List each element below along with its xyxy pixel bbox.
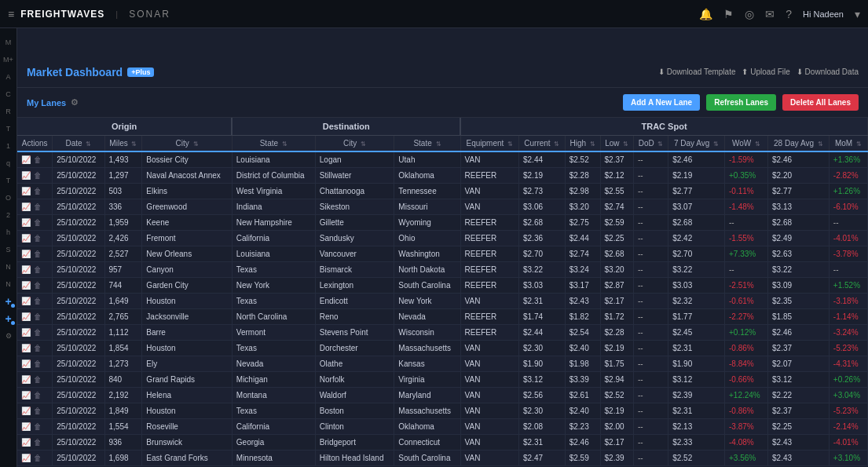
col-origin-city[interactable]: City ⇅ [142, 136, 232, 152]
side-icon-settings[interactable]: ⚙ [1, 328, 16, 344]
row-high: $2.44 [565, 231, 600, 246]
download-template-button[interactable]: ⬇ Download Template [658, 67, 735, 76]
row-origin-city: Brunswick [142, 435, 232, 451]
delete-row-icon[interactable]: 🗑 [34, 202, 42, 211]
delete-row-icon[interactable]: 🗑 [34, 297, 42, 305]
chart-icon[interactable]: 📈 [21, 344, 31, 352]
filter-icon[interactable]: ⚑ [723, 8, 734, 20]
delete-row-icon[interactable]: 🗑 [34, 328, 42, 337]
chart-icon[interactable]: 📈 [21, 407, 31, 415]
add-lane-button[interactable]: Add A New Lane [623, 94, 700, 111]
delete-lanes-button[interactable]: Delete All Lanes [782, 94, 859, 111]
side-icon-a[interactable]: A [1, 69, 16, 85]
chart-icon[interactable]: 📈 [21, 187, 31, 195]
chart-icon[interactable]: 📈 [21, 328, 31, 337]
side-icon-2[interactable]: 2 [1, 207, 16, 223]
chart-icon[interactable]: 📈 [21, 250, 31, 258]
chart-icon[interactable]: 📈 [21, 422, 31, 431]
refresh-lanes-button[interactable]: Refresh Lanes [706, 94, 776, 111]
user-chevron-icon[interactable]: ▾ [855, 8, 860, 20]
delete-row-icon[interactable]: 🗑 [34, 454, 42, 462]
row-date: 25/10/2022 [53, 341, 104, 356]
side-icon-q[interactable]: q [1, 155, 16, 171]
delete-row-icon[interactable]: 🗑 [34, 344, 42, 352]
row-date: 25/10/2022 [53, 215, 104, 231]
upload-file-button[interactable]: ⬆ Upload File [742, 67, 789, 76]
delete-row-icon[interactable]: 🗑 [34, 171, 42, 180]
chart-icon[interactable]: 📈 [21, 155, 31, 164]
chart-icon[interactable]: 📈 [21, 218, 31, 227]
delete-row-icon[interactable]: 🗑 [34, 407, 42, 415]
col-28day[interactable]: 28 Day Avg ⇅ [768, 136, 830, 152]
side-icon-m-plus[interactable]: M+ [1, 52, 16, 67]
col-date[interactable]: Date ⇅ [53, 136, 104, 152]
delete-row-icon[interactable]: 🗑 [34, 187, 42, 195]
side-icon-s[interactable]: S [1, 242, 16, 257]
notifications-icon[interactable]: 🔔 [699, 8, 712, 20]
row-equipment: REEFER [460, 262, 518, 278]
download-data-button[interactable]: ⬇ Download Data [797, 67, 859, 76]
col-equipment[interactable]: Equipment ⇅ [460, 136, 518, 152]
col-high[interactable]: High ⇅ [565, 136, 600, 152]
row-actions: 📈 🗑 [17, 309, 53, 325]
delete-row-icon[interactable]: 🗑 [34, 375, 42, 384]
col-origin-state[interactable]: State ⇅ [232, 136, 315, 152]
delete-row-icon[interactable]: 🗑 [34, 422, 42, 431]
row-dod: -- [633, 199, 668, 215]
col-mom[interactable]: MoM ⇅ [829, 136, 867, 152]
chart-icon[interactable]: 📈 [21, 281, 31, 290]
delete-row-icon[interactable]: 🗑 [34, 438, 42, 447]
delete-row-icon[interactable]: 🗑 [34, 312, 42, 321]
user-label[interactable]: Hi Nadeen [803, 9, 844, 19]
chart-icon[interactable]: 📈 [21, 297, 31, 305]
col-dest-state[interactable]: State ⇅ [394, 136, 460, 152]
delete-row-icon[interactable]: 🗑 [34, 265, 42, 274]
row-dest-city: Gillette [315, 215, 394, 231]
location-icon[interactable]: ◎ [745, 8, 754, 20]
chart-icon[interactable]: 📈 [21, 454, 31, 462]
delete-row-icon[interactable]: 🗑 [34, 155, 42, 164]
side-icon-add1[interactable]: + [1, 294, 16, 309]
chart-icon[interactable]: 📈 [21, 438, 31, 447]
side-icon-n1[interactable]: N [1, 259, 16, 275]
row-mom: -3.24% [829, 325, 867, 341]
side-icon-h[interactable]: h [1, 224, 16, 240]
col-dest-city[interactable]: City ⇅ [315, 136, 394, 152]
side-icon-t1[interactable]: T [1, 121, 16, 137]
chart-icon[interactable]: 📈 [21, 375, 31, 384]
row-28day: $2.68 [768, 215, 830, 231]
delete-row-icon[interactable]: 🗑 [34, 234, 42, 243]
col-miles[interactable]: Miles ⇅ [104, 136, 142, 152]
chart-icon[interactable]: 📈 [21, 171, 31, 180]
chart-icon[interactable]: 📈 [21, 391, 31, 400]
col-current[interactable]: Current ⇅ [518, 136, 565, 152]
mail-icon[interactable]: ✉ [765, 8, 775, 20]
delete-row-icon[interactable]: 🗑 [34, 218, 42, 227]
col-wow[interactable]: WoW ⇅ [724, 136, 767, 152]
delete-row-icon[interactable]: 🗑 [34, 281, 42, 290]
settings-icon[interactable]: ⚙ [71, 97, 79, 108]
side-icon-n2[interactable]: N [1, 276, 16, 292]
col-7day[interactable]: 7 Day Avg ⇅ [668, 136, 725, 152]
side-icon-add2[interactable]: + [1, 311, 16, 327]
delete-row-icon[interactable]: 🗑 [34, 250, 42, 258]
chart-icon[interactable]: 📈 [21, 202, 31, 211]
side-icon-r[interactable]: R [1, 104, 16, 119]
side-icon-o[interactable]: O [1, 190, 16, 206]
col-low[interactable]: Low ⇅ [600, 136, 633, 152]
col-dod[interactable]: DoD ⇅ [633, 136, 668, 152]
chart-icon[interactable]: 📈 [21, 265, 31, 274]
delete-row-icon[interactable]: 🗑 [34, 391, 42, 400]
delete-row-icon[interactable]: 🗑 [34, 359, 42, 368]
hamburger-icon[interactable]: ≡ [8, 8, 14, 20]
side-icon-m[interactable]: M [1, 35, 16, 50]
row-date: 25/10/2022 [53, 451, 104, 466]
side-icon-t2[interactable]: T [1, 173, 16, 188]
row-actions: 📈 🗑 [17, 356, 53, 372]
chart-icon[interactable]: 📈 [21, 312, 31, 321]
help-icon[interactable]: ? [786, 8, 792, 20]
side-icon-1[interactable]: 1 [1, 138, 16, 154]
chart-icon[interactable]: 📈 [21, 234, 31, 243]
chart-icon[interactable]: 📈 [21, 359, 31, 368]
side-icon-c[interactable]: C [1, 86, 16, 102]
